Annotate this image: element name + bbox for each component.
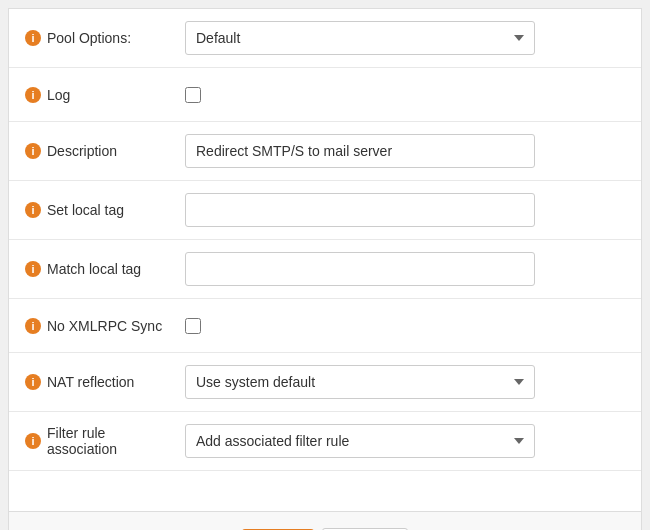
no-xmlrpc-sync-row: i No XMLRPC Sync [9, 299, 641, 353]
description-info-icon[interactable]: i [25, 143, 41, 159]
no-xmlrpc-sync-control [185, 318, 625, 334]
log-label: i Log [25, 87, 185, 103]
set-local-tag-input[interactable] [185, 193, 535, 227]
form-container: i Pool Options: Default Round Robin Leas… [8, 8, 642, 530]
nat-reflection-row: i NAT reflection Use system default Enab… [9, 353, 641, 412]
filter-rule-association-control: Add associated filter rule None Pass [185, 424, 625, 458]
nat-reflection-info-icon[interactable]: i [25, 374, 41, 390]
button-row: Save Cancel [9, 511, 641, 530]
description-row: i Description [9, 122, 641, 181]
nat-reflection-control: Use system default Enable Disable [185, 365, 625, 399]
set-local-tag-label-text: Set local tag [47, 202, 124, 218]
pool-options-label: i Pool Options: [25, 30, 185, 46]
match-local-tag-control [185, 252, 625, 286]
no-xmlrpc-sync-label: i No XMLRPC Sync [25, 318, 185, 334]
no-xmlrpc-sync-checkbox[interactable] [185, 318, 201, 334]
no-xmlrpc-sync-label-text: No XMLRPC Sync [47, 318, 162, 334]
spacer-row [9, 471, 641, 511]
set-local-tag-label: i Set local tag [25, 202, 185, 218]
description-control [185, 134, 625, 168]
match-local-tag-label-text: Match local tag [47, 261, 141, 277]
nat-reflection-label: i NAT reflection [25, 374, 185, 390]
filter-rule-association-info-icon[interactable]: i [25, 433, 41, 449]
filter-rule-association-label-text: Filter ruleassociation [47, 425, 117, 457]
log-checkbox[interactable] [185, 87, 201, 103]
match-local-tag-info-icon[interactable]: i [25, 261, 41, 277]
nat-reflection-label-text: NAT reflection [47, 374, 134, 390]
match-local-tag-label: i Match local tag [25, 261, 185, 277]
set-local-tag-info-icon[interactable]: i [25, 202, 41, 218]
set-local-tag-row: i Set local tag [9, 181, 641, 240]
log-info-icon[interactable]: i [25, 87, 41, 103]
filter-rule-association-select[interactable]: Add associated filter rule None Pass [185, 424, 535, 458]
filter-rule-association-row: i Filter ruleassociation Add associated … [9, 412, 641, 471]
description-label: i Description [25, 143, 185, 159]
description-label-text: Description [47, 143, 117, 159]
log-control [185, 87, 625, 103]
nat-reflection-select[interactable]: Use system default Enable Disable [185, 365, 535, 399]
no-xmlrpc-sync-info-icon[interactable]: i [25, 318, 41, 334]
pool-options-label-text: Pool Options: [47, 30, 131, 46]
match-local-tag-row: i Match local tag [9, 240, 641, 299]
log-label-text: Log [47, 87, 70, 103]
set-local-tag-control [185, 193, 625, 227]
pool-options-row: i Pool Options: Default Round Robin Leas… [9, 9, 641, 68]
filter-rule-association-label: i Filter ruleassociation [25, 425, 185, 457]
pool-options-info-icon[interactable]: i [25, 30, 41, 46]
description-input[interactable] [185, 134, 535, 168]
pool-options-select[interactable]: Default Round Robin Least Connections [185, 21, 535, 55]
log-row: i Log [9, 68, 641, 122]
pool-options-control: Default Round Robin Least Connections [185, 21, 625, 55]
match-local-tag-input[interactable] [185, 252, 535, 286]
